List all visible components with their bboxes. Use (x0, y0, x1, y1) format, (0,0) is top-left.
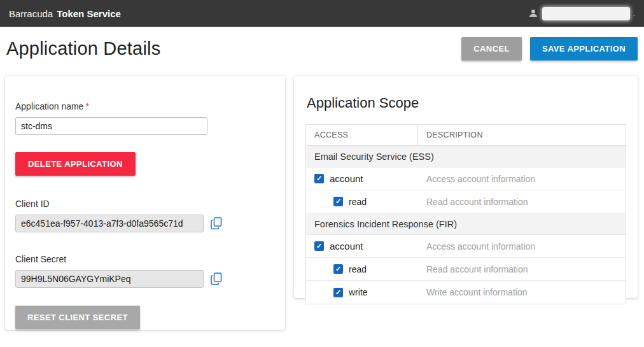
scope-table-header: ACCESS DESCRIPTION (306, 125, 626, 146)
user-name-redacted (542, 7, 630, 20)
scope-row-label: read (349, 264, 367, 274)
application-name-label-text: Application name (15, 101, 83, 111)
scope-group-ess: Email Security Service (ESS) (306, 146, 626, 167)
application-scope-title: Application Scope (307, 95, 626, 111)
scope-row-label: write (349, 287, 368, 297)
user-menu[interactable]: . (528, 7, 635, 20)
required-asterisk: * (85, 101, 88, 111)
reset-client-secret-button[interactable]: RESET CLIENT SECRET (15, 306, 140, 329)
scope-row-description: Access account information (418, 174, 626, 184)
column-header-description: DESCRIPTION (418, 125, 626, 145)
copy-client-id-icon[interactable] (211, 217, 222, 230)
scope-row-description: Access account information (418, 241, 626, 251)
column-header-access: ACCESS (306, 125, 418, 145)
client-secret-row: 99H9L5N06GAYGYmiKPeq (15, 270, 275, 288)
scope-row-fir-account: account Access account information (306, 235, 626, 258)
scope-row-fir-write: write Write account information (306, 281, 626, 304)
scope-row-access-cell: read (306, 264, 418, 274)
topbar-trailing-char: . (633, 10, 635, 17)
topbar: Barracuda Token Service . (0, 0, 644, 27)
scope-row-label: read (349, 197, 367, 207)
scope-row-ess-account: account Access account information (306, 167, 626, 190)
ess-account-checkbox[interactable] (314, 174, 324, 183)
scope-row-access-cell: read (306, 197, 418, 207)
application-scope-card: Application Scope ACCESS DESCRIPTION Ema… (294, 76, 638, 298)
brand-name: Barracuda (9, 8, 53, 19)
scope-row-access-cell: account (306, 173, 418, 184)
ess-read-checkbox[interactable] (333, 197, 343, 206)
page-title: Application Details (6, 38, 160, 59)
scope-row-description: Read account information (418, 264, 626, 274)
application-name-input[interactable] (15, 117, 207, 135)
client-secret-value: 99H9L5N06GAYGYmiKPeq (15, 270, 204, 288)
scope-row-ess-read: read Read account information (306, 190, 626, 213)
client-id-value: e6c451ea-f957-4013-a7f3-d0fa9565c71d (15, 215, 204, 232)
fir-write-checkbox[interactable] (333, 288, 343, 297)
scope-row-label: account (330, 241, 363, 251)
page-header: Application Details CANCEL SAVE APPLICAT… (6, 37, 638, 60)
copy-client-secret-icon[interactable] (211, 273, 222, 285)
save-application-button[interactable]: SAVE APPLICATION (530, 37, 638, 60)
application-name-label: Application name* (15, 101, 275, 111)
fir-account-checkbox[interactable] (314, 241, 324, 251)
client-secret-label: Client Secret (15, 254, 275, 264)
scope-row-access-cell: account (306, 241, 418, 251)
scope-row-description: Read account information (418, 197, 626, 207)
scope-row-description: Write account information (418, 287, 626, 297)
scope-group-fir: Forensics Incident Response (FIR) (306, 213, 626, 235)
scope-row-fir-read: read Read account information (306, 258, 626, 281)
client-id-label: Client ID (15, 199, 275, 209)
header-actions: CANCEL SAVE APPLICATION (461, 37, 638, 60)
fir-read-checkbox[interactable] (333, 264, 343, 274)
scope-row-access-cell: write (306, 287, 418, 297)
application-details-card: Application name* DELETE APPLICATION Cli… (5, 76, 285, 330)
person-icon (528, 8, 539, 19)
cancel-button[interactable]: CANCEL (461, 37, 522, 60)
scope-table: ACCESS DESCRIPTION Email Security Servic… (305, 124, 626, 304)
scope-row-label: account (330, 173, 363, 184)
product-name: Token Service (57, 8, 121, 19)
client-id-row: e6c451ea-f957-4013-a7f3-d0fa9565c71d (15, 215, 275, 232)
delete-application-button[interactable]: DELETE APPLICATION (15, 152, 136, 176)
